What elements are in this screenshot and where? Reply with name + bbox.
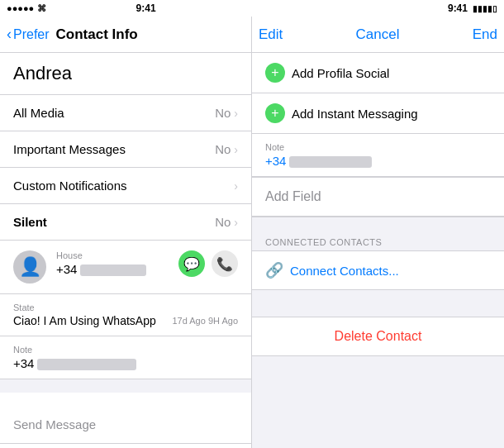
state-message: Ciao! I Am Using WhatsApp bbox=[13, 314, 156, 327]
action-section: Send Message Send Chat Via Email Cancel … bbox=[0, 406, 251, 448]
add-social-row[interactable]: + Add Profila Social bbox=[252, 53, 504, 93]
nav-left: ‹ Prefer Contact Info bbox=[0, 17, 252, 52]
add-messaging-label: Add Instant Messaging bbox=[292, 107, 418, 121]
connected-contacts-header: CONNECTED CONTACTS bbox=[252, 231, 504, 250]
right-top-section: + Add Profila Social + Add Instant Messa… bbox=[252, 53, 504, 217]
end-button[interactable]: End bbox=[473, 26, 497, 43]
contact-detail: House +34 bbox=[56, 250, 169, 276]
signal-left: ●●●●● bbox=[7, 3, 34, 13]
state-time: 17d Ago 9H Ago bbox=[172, 316, 238, 326]
send-chat-email-row[interactable]: Send Chat Via Email bbox=[0, 444, 251, 448]
right-note-blurred bbox=[289, 156, 372, 168]
back-chevron-icon: ‹ bbox=[7, 26, 12, 43]
contact-name-section: Andrea bbox=[0, 53, 251, 95]
battery-icon: ▮▮▮▮▯ bbox=[473, 4, 497, 13]
house-phone-blurred bbox=[80, 265, 146, 276]
back-label: Prefer bbox=[13, 27, 50, 42]
nav-right: Edit Cancel End bbox=[252, 17, 504, 52]
status-left: ●●●●● ⌘ bbox=[7, 3, 46, 14]
silent-val-text: No bbox=[215, 215, 231, 229]
back-button[interactable]: ‹ Prefer bbox=[7, 26, 50, 43]
all-media-chevron-icon: › bbox=[234, 107, 238, 120]
time-right: 9:41 bbox=[448, 2, 468, 14]
house-label: House bbox=[56, 250, 169, 260]
state-row: State Ciao! I Am Using WhatsApp 17d Ago … bbox=[0, 294, 251, 336]
wifi-left-icon: ⌘ bbox=[37, 3, 46, 14]
avatar: 👤 bbox=[13, 250, 46, 284]
important-messages-row[interactable]: Important Messages No › bbox=[0, 131, 251, 168]
spacer-3 bbox=[252, 303, 504, 317]
right-note-label: Note bbox=[265, 142, 491, 152]
right-note-prefix: +34 bbox=[265, 154, 286, 168]
important-messages-label: Important Messages bbox=[13, 142, 126, 156]
phone-call-icon[interactable]: 📞 bbox=[212, 250, 238, 277]
main-content: Andrea All Media No › Important Messages… bbox=[0, 53, 504, 448]
send-message-row[interactable]: Send Message bbox=[0, 406, 251, 444]
add-messaging-plus-icon: + bbox=[265, 103, 285, 123]
custom-notifications-chevron-icon: › bbox=[234, 179, 238, 193]
left-pane: Andrea All Media No › Important Messages… bbox=[0, 53, 252, 448]
nav-bar: ‹ Prefer Contact Info Edit Cancel End bbox=[0, 17, 504, 53]
connect-contacts-row[interactable]: 🔗 Connect Contacts... bbox=[252, 250, 504, 290]
contact-card-row: 👤 House +34 💬 📞 bbox=[0, 241, 251, 294]
nav-title: Contact Info bbox=[56, 26, 138, 43]
add-field-row[interactable]: Add Field bbox=[252, 177, 504, 217]
phone-symbol: 📞 bbox=[216, 256, 233, 272]
delete-section: Delete Contact bbox=[252, 303, 504, 356]
silent-row[interactable]: Silent No › bbox=[0, 204, 251, 241]
note-label: Note bbox=[13, 345, 238, 355]
cancel-button[interactable]: Cancel bbox=[356, 26, 400, 43]
contact-name: Andrea bbox=[13, 63, 238, 84]
all-media-row[interactable]: All Media No › bbox=[0, 95, 251, 131]
add-messaging-row[interactable]: + Add Instant Messaging bbox=[252, 93, 504, 134]
silent-chevron-icon: › bbox=[234, 216, 238, 229]
spacer-1 bbox=[0, 379, 251, 393]
custom-notifications-value: › bbox=[234, 179, 238, 193]
important-messages-val-text: No bbox=[215, 142, 231, 156]
all-media-val-text: No bbox=[215, 106, 231, 120]
whatsapp-symbol: 💬 bbox=[183, 256, 200, 272]
spacer-2 bbox=[252, 217, 504, 231]
all-media-value: No › bbox=[215, 106, 238, 120]
add-social-label: Add Profila Social bbox=[292, 66, 389, 80]
custom-notifications-row[interactable]: Custom Notifications › bbox=[0, 168, 251, 204]
right-pane: + Add Profila Social + Add Instant Messa… bbox=[252, 53, 504, 448]
note-phone: +34 bbox=[13, 356, 238, 370]
avatar-icon: 👤 bbox=[19, 256, 41, 278]
important-messages-value: No › bbox=[215, 142, 238, 156]
house-phone: +34 bbox=[56, 262, 169, 276]
note-prefix: +34 bbox=[13, 356, 34, 370]
time-left: 9:41 bbox=[136, 2, 156, 14]
house-phone-prefix: +34 bbox=[56, 262, 77, 276]
silent-value: No › bbox=[215, 215, 238, 229]
silent-label: Silent bbox=[13, 215, 47, 229]
all-media-label: All Media bbox=[13, 106, 64, 120]
add-social-plus-icon: + bbox=[265, 63, 285, 83]
status-bar: ●●●●● ⌘ 9:41 9:41 ▮▮▮▮▯ bbox=[0, 0, 504, 17]
important-messages-chevron-icon: › bbox=[234, 143, 238, 156]
state-label: State bbox=[13, 303, 238, 312]
note-phone-blurred bbox=[37, 359, 136, 370]
edit-button[interactable]: Edit bbox=[259, 26, 283, 43]
whatsapp-icon[interactable]: 💬 bbox=[178, 250, 205, 277]
contact-icons: 💬 📞 bbox=[178, 250, 238, 277]
custom-notifications-label: Custom Notifications bbox=[13, 179, 127, 193]
connect-contacts-label: Connect Contacts... bbox=[290, 264, 399, 278]
state-message-row: Ciao! I Am Using WhatsApp 17d Ago 9H Ago bbox=[13, 314, 238, 327]
note-row: Note +34 bbox=[0, 336, 251, 379]
right-note-phone: +34 bbox=[265, 154, 491, 168]
settings-group: All Media No › Important Messages No › C… bbox=[0, 95, 251, 241]
link-icon: 🔗 bbox=[265, 261, 283, 279]
delete-contact-row[interactable]: Delete Contact bbox=[252, 317, 504, 356]
right-note-section: Note +34 bbox=[252, 134, 504, 177]
